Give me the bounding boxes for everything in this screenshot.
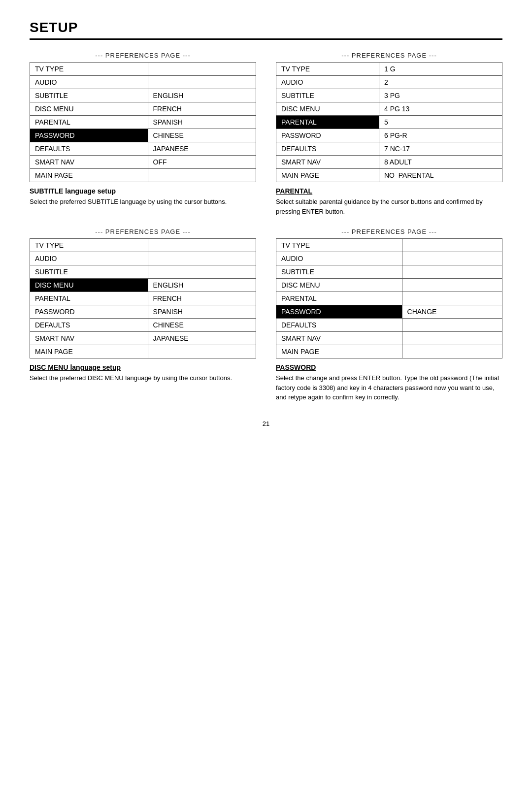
menu-value-2[interactable]: 2 xyxy=(379,76,502,89)
menu-item-tv-type-bl[interactable]: TV TYPE xyxy=(30,239,148,252)
menu-item-password[interactable]: PASSWORD xyxy=(30,129,148,142)
menu-item-defaults[interactable]: DEFAULTS xyxy=(30,142,148,156)
menu-table-top-left: TV TYPE AUDIO SUBTITLE ENGLISH DISC MENU… xyxy=(30,62,256,182)
table-row: MAIN PAGE NO_PARENTAL xyxy=(276,169,502,182)
menu-item-password-r[interactable]: PASSWORD xyxy=(276,129,379,142)
panel-bottom-left: --- PREFERENCES PAGE --- TV TYPE AUDIO S… xyxy=(30,228,256,402)
menu-item-smart-nav-br[interactable]: SMART NAV xyxy=(276,332,402,345)
menu-item-tv-type-r[interactable]: TV TYPE xyxy=(276,63,379,76)
menu-item-tv-type-br[interactable]: TV TYPE xyxy=(276,239,402,252)
menu-item-disc-menu-br[interactable]: DISC MENU xyxy=(276,279,402,292)
menu-item-parental-br[interactable]: PARENTAL xyxy=(276,292,402,305)
menu-value-chinese[interactable]: CHINESE xyxy=(148,129,256,142)
menu-item-main-page-r[interactable]: MAIN PAGE xyxy=(276,169,379,182)
menu-value-empty-bl2 xyxy=(148,252,256,265)
menu-item-subtitle-br[interactable]: SUBTITLE xyxy=(276,265,402,279)
menu-item-audio-bl[interactable]: AUDIO xyxy=(30,252,148,265)
table-row: PASSWORD CHINESE xyxy=(30,129,256,142)
desc-title-subtitle: SUBTITLE language setup xyxy=(30,187,256,195)
menu-item-audio[interactable]: AUDIO xyxy=(30,76,148,89)
table-row: DISC MENU xyxy=(276,279,502,292)
table-row: SUBTITLE xyxy=(276,265,502,279)
table-row: MAIN PAGE xyxy=(30,345,256,358)
table-row: DISC MENU FRENCH xyxy=(30,102,256,116)
menu-value-empty-br7 xyxy=(402,332,502,345)
menu-value-5[interactable]: 5 xyxy=(379,116,502,129)
menu-item-smart-nav-bl[interactable]: SMART NAV xyxy=(30,332,148,345)
menu-item-smart-nav[interactable]: SMART NAV xyxy=(30,156,148,169)
page-number: 21 xyxy=(30,420,502,427)
desc-text-password: Select the change and press ENTER button… xyxy=(276,373,502,402)
menu-item-main-page-br[interactable]: MAIN PAGE xyxy=(276,345,402,358)
table-row: PASSWORD 6 PG-R xyxy=(276,129,502,142)
menu-item-password-bl[interactable]: PASSWORD xyxy=(30,305,148,319)
desc-text-subtitle: Select the preferred SUBTITLE language b… xyxy=(30,197,256,207)
menu-value-change[interactable]: CHANGE xyxy=(402,305,502,319)
menu-item-disc-menu[interactable]: DISC MENU xyxy=(30,102,148,116)
menu-value-empty-br1 xyxy=(402,239,502,252)
top-panels: --- PREFERENCES PAGE --- TV TYPE AUDIO S… xyxy=(30,52,502,216)
menu-item-subtitle-bl[interactable]: SUBTITLE xyxy=(30,265,148,279)
menu-value-7nc17[interactable]: 7 NC-17 xyxy=(379,142,502,156)
menu-value-4pg13[interactable]: 4 PG 13 xyxy=(379,102,502,116)
desc-password: PASSWORD Select the change and press ENT… xyxy=(276,363,502,402)
menu-value-french-bl[interactable]: FRENCH xyxy=(148,292,256,305)
pref-label-bottom-right: --- PREFERENCES PAGE --- xyxy=(276,228,502,235)
menu-value-6pgr[interactable]: 6 PG-R xyxy=(379,129,502,142)
table-row: PARENTAL FRENCH xyxy=(30,292,256,305)
menu-item-parental-r[interactable]: PARENTAL xyxy=(276,116,379,129)
table-row: AUDIO 2 xyxy=(276,76,502,89)
table-row: PARENTAL xyxy=(276,292,502,305)
table-row: MAIN PAGE xyxy=(276,345,502,358)
table-row: PASSWORD CHANGE xyxy=(276,305,502,319)
table-row: PARENTAL SPANISH xyxy=(30,116,256,129)
menu-item-disc-menu-bl[interactable]: DISC MENU xyxy=(30,279,148,292)
table-row: DEFAULTS xyxy=(276,319,502,332)
menu-value-chinese-bl[interactable]: CHINESE xyxy=(148,319,256,332)
menu-value-empty-bl1 xyxy=(148,239,256,252)
menu-item-defaults-bl[interactable]: DEFAULTS xyxy=(30,319,148,332)
menu-value-english-bl[interactable]: ENGLISH xyxy=(148,279,256,292)
menu-item-subtitle-r[interactable]: SUBTITLE xyxy=(276,89,379,102)
menu-item-parental[interactable]: PARENTAL xyxy=(30,116,148,129)
pref-label-top-right: --- PREFERENCES PAGE --- xyxy=(276,52,502,59)
menu-item-password-br[interactable]: PASSWORD xyxy=(276,305,402,319)
menu-item-main-page-bl[interactable]: MAIN PAGE xyxy=(30,345,148,358)
table-row: SUBTITLE 3 PG xyxy=(276,89,502,102)
menu-item-smart-nav-r[interactable]: SMART NAV xyxy=(276,156,379,169)
menu-item-subtitle[interactable]: SUBTITLE xyxy=(30,89,148,102)
menu-value-japanese-bl[interactable]: JAPANESE xyxy=(148,332,256,345)
panel-top-left: --- PREFERENCES PAGE --- TV TYPE AUDIO S… xyxy=(30,52,256,216)
pref-label-top-left: --- PREFERENCES PAGE --- xyxy=(30,52,256,59)
menu-item-audio-br[interactable]: AUDIO xyxy=(276,252,402,265)
menu-item-tv-type[interactable]: TV TYPE xyxy=(30,63,148,76)
menu-item-audio-r[interactable]: AUDIO xyxy=(276,76,379,89)
menu-item-main-page[interactable]: MAIN PAGE xyxy=(30,169,148,182)
menu-value-empty-br5 xyxy=(402,292,502,305)
desc-text-parental: Select suitable parental guidance by the… xyxy=(276,197,502,216)
menu-value-french[interactable]: FRENCH xyxy=(148,102,256,116)
menu-item-parental-bl[interactable]: PARENTAL xyxy=(30,292,148,305)
menu-item-defaults-br[interactable]: DEFAULTS xyxy=(276,319,402,332)
pref-label-bottom-left: --- PREFERENCES PAGE --- xyxy=(30,228,256,235)
table-row: SMART NAV 8 ADULT xyxy=(276,156,502,169)
menu-value-off[interactable]: OFF xyxy=(148,156,256,169)
table-row: DISC MENU 4 PG 13 xyxy=(276,102,502,116)
menu-value-spanish-bl[interactable]: SPANISH xyxy=(148,305,256,319)
menu-value-empty-br8 xyxy=(402,345,502,358)
menu-item-disc-menu-r[interactable]: DISC MENU xyxy=(276,102,379,116)
menu-value-3pg[interactable]: 3 PG xyxy=(379,89,502,102)
desc-parental: PARENTAL Select suitable parental guidan… xyxy=(276,187,502,216)
table-row: AUDIO xyxy=(276,252,502,265)
menu-table-bottom-left: TV TYPE AUDIO SUBTITLE DISC MENU ENGLISH… xyxy=(30,238,256,358)
table-row: DEFAULTS JAPANESE xyxy=(30,142,256,156)
menu-item-defaults-r[interactable]: DEFAULTS xyxy=(276,142,379,156)
page-title: SETUP xyxy=(30,20,502,40)
menu-value-japanese[interactable]: JAPANESE xyxy=(148,142,256,156)
menu-value-1g[interactable]: 1 G xyxy=(379,63,502,76)
menu-value-8adult[interactable]: 8 ADULT xyxy=(379,156,502,169)
panel-bottom-right: --- PREFERENCES PAGE --- TV TYPE AUDIO S… xyxy=(276,228,502,402)
menu-value-spanish[interactable]: SPANISH xyxy=(148,116,256,129)
menu-value-no-parental[interactable]: NO_PARENTAL xyxy=(379,169,502,182)
menu-value-english[interactable]: ENGLISH xyxy=(148,89,256,102)
